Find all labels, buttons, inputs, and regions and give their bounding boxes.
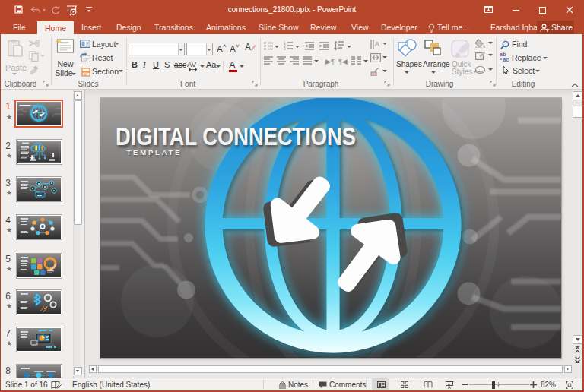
svg-text:3: 3 — [284, 47, 286, 50]
svg-text:DIGITAL CONNECTIONS: DIGITAL CONNECTIONS — [116, 122, 356, 150]
svg-text:A: A — [245, 42, 251, 52]
svg-text:A: A — [375, 40, 379, 48]
svg-text:AV: AV — [187, 60, 197, 68]
svg-text:ac: ac — [503, 56, 509, 62]
